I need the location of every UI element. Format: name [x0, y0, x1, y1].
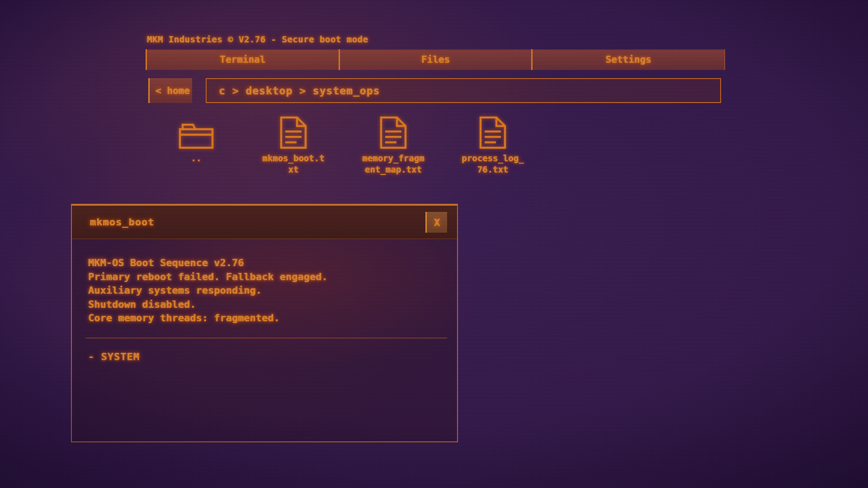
- tab-bar: Terminal Files Settings: [146, 49, 725, 70]
- file-label: mkmos_boot.t xt: [262, 153, 324, 175]
- app-title: MKM Industries © V2.76 - Secure boot mod…: [147, 34, 368, 44]
- dialog-line: MKM-OS Boot Sequence v2.76: [88, 256, 441, 270]
- folder-up-item[interactable]: ..: [165, 116, 228, 184]
- home-button-label: < home: [156, 85, 190, 96]
- dialog-line: Core memory threads: fragmented.: [88, 311, 441, 325]
- dialog-titlebar[interactable]: mkmos_boot X: [72, 205, 457, 239]
- tab-files-label: Files: [421, 54, 450, 65]
- tab-settings[interactable]: Settings: [531, 49, 724, 70]
- file-item-mkmos-boot[interactable]: mkmos_boot.t xt: [262, 116, 325, 184]
- home-button[interactable]: < home: [148, 78, 192, 103]
- breadcrumb-path-text: c > desktop > system_ops: [219, 85, 380, 97]
- breadcrumb-path-bar[interactable]: c > desktop > system_ops: [206, 78, 721, 103]
- close-icon: X: [434, 217, 440, 228]
- dialog-line: Primary reboot failed. Fallback engaged.: [88, 270, 441, 284]
- file-label: process_log_ 76.txt: [462, 153, 524, 175]
- dialog-line: Auxiliary systems responding.: [88, 284, 441, 298]
- close-button[interactable]: X: [425, 212, 447, 233]
- dialog-mkmos-boot: mkmos_boot X MKM-OS Boot Sequence v2.76 …: [71, 204, 458, 442]
- tab-files[interactable]: Files: [339, 49, 532, 70]
- dialog-line: Shutdown disabled.: [88, 298, 441, 312]
- folder-up-label: ..: [191, 153, 202, 164]
- tab-terminal-label: Terminal: [220, 54, 265, 65]
- dialog-title: mkmos_boot: [90, 216, 154, 228]
- tab-settings-label: Settings: [606, 54, 651, 65]
- tab-terminal[interactable]: Terminal: [146, 49, 339, 70]
- dialog-divider: [85, 338, 447, 338]
- text-file-icon: [479, 116, 507, 149]
- text-file-icon: [379, 116, 407, 149]
- file-item-memory-fragment-map[interactable]: memory_fragm ent_map.txt: [362, 116, 425, 184]
- text-file-icon: [279, 116, 307, 149]
- folder-icon: [179, 116, 214, 149]
- dialog-body: MKM-OS Boot Sequence v2.76 Primary reboo…: [72, 239, 457, 362]
- file-label: memory_fragm ent_map.txt: [362, 153, 424, 175]
- dialog-signature: - SYSTEM: [88, 351, 441, 362]
- file-item-process-log-76[interactable]: process_log_ 76.txt: [461, 116, 524, 184]
